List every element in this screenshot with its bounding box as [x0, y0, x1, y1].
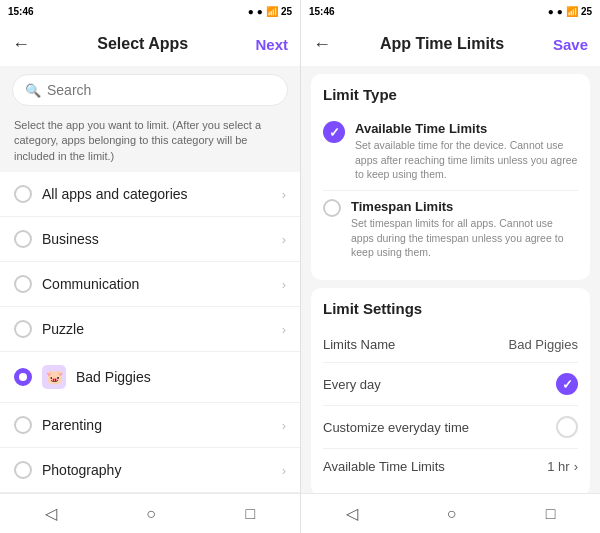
- left-bottom-nav: ◁ ○ □: [0, 493, 300, 533]
- chevron-icon: ›: [282, 232, 286, 247]
- everyday-label: Every day: [323, 377, 381, 392]
- right-header-title: App Time Limits: [380, 35, 504, 53]
- left-nav-recent-icon[interactable]: □: [246, 505, 256, 523]
- list-item[interactable]: Puzzle›: [0, 307, 300, 352]
- description-text: Select the app you want to limit. (After…: [0, 114, 300, 172]
- timespan-option[interactable]: Timespan Limits Set timespan limits for …: [323, 191, 578, 268]
- available-option-desc: Set available time for the device. Canno…: [355, 138, 578, 182]
- item-radio[interactable]: [14, 185, 32, 203]
- list-item[interactable]: Communication›: [0, 262, 300, 307]
- app-icon: 🐷: [42, 365, 66, 389]
- left-status-bar: 15:46 ● ● 📶 25: [0, 0, 300, 22]
- item-radio[interactable]: [14, 275, 32, 293]
- list-item[interactable]: Photography›: [0, 448, 300, 493]
- item-label: Photography: [42, 462, 121, 478]
- right-save-button[interactable]: Save: [553, 36, 588, 53]
- right-battery: 25: [581, 6, 592, 17]
- customize-checkbox[interactable]: [556, 416, 578, 438]
- list-item[interactable]: Parenting›: [0, 403, 300, 448]
- limits-name-value: Bad Piggies: [509, 337, 578, 352]
- left-header-title: Select Apps: [97, 35, 188, 53]
- limit-type-title: Limit Type: [323, 86, 578, 103]
- customize-row[interactable]: Customize everyday time: [323, 406, 578, 449]
- timespan-radio[interactable]: [323, 199, 341, 217]
- right-nav-home-icon[interactable]: ○: [447, 505, 457, 523]
- item-radio[interactable]: [14, 230, 32, 248]
- customize-label: Customize everyday time: [323, 420, 469, 435]
- right-status-icons: ● ● 📶 25: [548, 6, 592, 17]
- item-label: Parenting: [42, 417, 102, 433]
- left-next-button[interactable]: Next: [255, 36, 288, 53]
- right-header: ← App Time Limits Save: [301, 22, 600, 66]
- app-list: All apps and categories›Business›Communi…: [0, 172, 300, 493]
- left-time: 15:46: [8, 6, 34, 17]
- item-radio[interactable]: [14, 320, 32, 338]
- right-nav-recent-icon[interactable]: □: [546, 505, 556, 523]
- available-time-option[interactable]: Available Time Limits Set available time…: [323, 113, 578, 191]
- chevron-icon: ›: [282, 418, 286, 433]
- limits-name-label: Limits Name: [323, 337, 395, 352]
- item-radio[interactable]: [14, 461, 32, 479]
- right-time: 15:46: [309, 6, 335, 17]
- left-nav-back-icon[interactable]: ◁: [45, 504, 57, 523]
- timespan-option-desc: Set timespan limits for all apps. Cannot…: [351, 216, 578, 260]
- item-radio-checked[interactable]: [14, 368, 32, 386]
- limit-type-card: Limit Type Available Time Limits Set ava…: [311, 74, 590, 280]
- item-label: Communication: [42, 276, 139, 292]
- left-battery: 25: [281, 6, 292, 17]
- everyday-checkbox[interactable]: [556, 373, 578, 395]
- available-time-value: 1 hr ›: [547, 459, 578, 474]
- search-input[interactable]: [47, 82, 275, 98]
- timespan-option-label: Timespan Limits: [351, 199, 578, 214]
- search-icon: 🔍: [25, 83, 41, 98]
- limit-settings-card: Limit Settings Limits Name Bad Piggies E…: [311, 288, 590, 493]
- chevron-icon: ›: [282, 187, 286, 202]
- limit-settings-title: Limit Settings: [323, 300, 578, 317]
- left-status-icons: ● ● 📶 25: [248, 6, 292, 17]
- right-back-button[interactable]: ←: [313, 34, 331, 55]
- left-back-button[interactable]: ←: [12, 34, 30, 55]
- list-item[interactable]: Business›: [0, 217, 300, 262]
- item-label: Puzzle: [42, 321, 84, 337]
- item-label: Bad Piggies: [76, 369, 151, 385]
- left-header: ← Select Apps Next: [0, 22, 300, 66]
- list-item[interactable]: 🐷Bad Piggies: [0, 352, 300, 403]
- right-bottom-nav: ◁ ○ □: [301, 493, 600, 533]
- everyday-row[interactable]: Every day: [323, 363, 578, 406]
- list-item[interactable]: All apps and categories›: [0, 172, 300, 217]
- left-nav-home-icon[interactable]: ○: [146, 505, 156, 523]
- available-time-row[interactable]: Available Time Limits 1 hr ›: [323, 449, 578, 484]
- available-time-radio[interactable]: [323, 121, 345, 143]
- item-label: Business: [42, 231, 99, 247]
- available-option-label: Available Time Limits: [355, 121, 578, 136]
- right-status-bar: 15:46 ● ● 📶 25: [301, 0, 600, 22]
- limits-name-row: Limits Name Bad Piggies: [323, 327, 578, 363]
- right-scroll-area: Limit Type Available Time Limits Set ava…: [301, 66, 600, 493]
- right-nav-back-icon[interactable]: ◁: [346, 504, 358, 523]
- chevron-icon: ›: [282, 322, 286, 337]
- left-panel: 15:46 ● ● 📶 25 ← Select Apps Next 🔍 Sele…: [0, 0, 300, 533]
- search-bar: 🔍: [12, 74, 288, 106]
- available-time-label: Available Time Limits: [323, 459, 445, 474]
- item-label: All apps and categories: [42, 186, 188, 202]
- item-radio[interactable]: [14, 416, 32, 434]
- right-panel: 15:46 ● ● 📶 25 ← App Time Limits Save Li…: [300, 0, 600, 533]
- chevron-icon: ›: [282, 277, 286, 292]
- chevron-icon: ›: [282, 463, 286, 478]
- available-time-chevron: ›: [574, 459, 578, 474]
